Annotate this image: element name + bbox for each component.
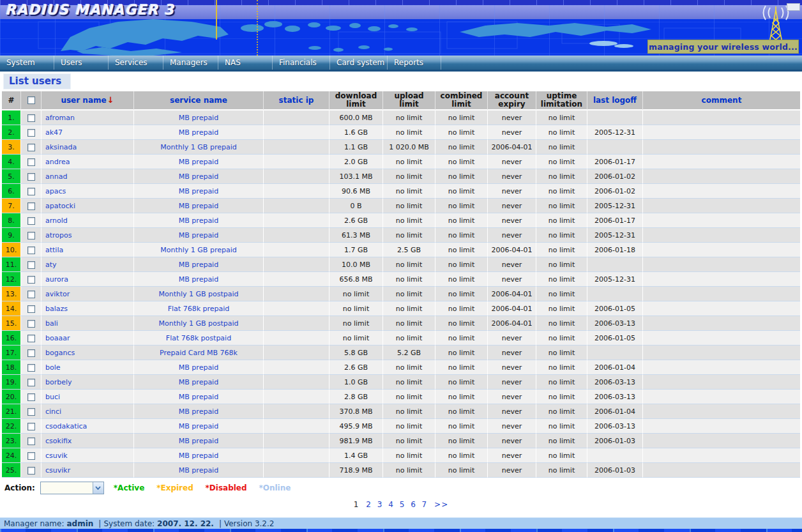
menu-item[interactable]: Financials (273, 56, 330, 70)
cell-username[interactable]: arnold (42, 213, 134, 228)
row-checkbox[interactable] (27, 437, 35, 445)
cell-username[interactable]: balazs (42, 301, 134, 316)
menu-item[interactable]: System (0, 56, 54, 70)
cell-username[interactable]: aksinada (42, 140, 134, 155)
row-checkbox[interactable] (27, 291, 35, 298)
cell-username[interactable]: apatocki (42, 199, 134, 213)
cell-upload-limit: no limit (383, 228, 435, 243)
action-select[interactable] (40, 482, 104, 494)
column-header-comment[interactable]: comment (643, 91, 800, 110)
legend-item: *Active (114, 483, 145, 492)
cell-username[interactable]: bole (42, 360, 134, 375)
menu-item[interactable]: NAS (218, 56, 273, 70)
row-checkbox[interactable] (27, 144, 35, 151)
row-checkbox[interactable] (27, 276, 35, 284)
row-checkbox[interactable] (27, 247, 35, 254)
cell-username[interactable]: buci (42, 390, 134, 404)
cell-username[interactable]: cinci (42, 404, 134, 419)
cell-download-limit: 981.9 MB (329, 434, 383, 448)
row-checkbox[interactable] (27, 232, 35, 239)
cell-username[interactable]: borbely (42, 375, 134, 390)
cell-account-expiry: never (488, 110, 536, 125)
row-checkbox[interactable] (27, 423, 35, 430)
chevron-down-icon[interactable] (93, 482, 103, 494)
cell-upload-limit: no limit (383, 301, 435, 316)
select-all-checkbox[interactable] (27, 96, 35, 104)
row-status-number: 8. (2, 213, 21, 228)
pagination-page-link[interactable]: 3 (377, 500, 383, 509)
column-header-username[interactable]: user name↓ (42, 91, 134, 110)
cell-username[interactable]: aty (42, 257, 134, 272)
cell-username[interactable]: csodakatica (42, 419, 134, 434)
cell-username[interactable]: csuvikr (42, 463, 134, 478)
pagination-page-link[interactable]: 7 (422, 500, 428, 509)
pagination-page-link[interactable]: 2 (366, 500, 372, 509)
row-checkbox[interactable] (27, 467, 35, 475)
row-checkbox-cell (21, 434, 42, 448)
column-header-select-all[interactable] (21, 91, 42, 110)
cell-username[interactable]: bogancs (42, 346, 134, 360)
column-header-last-logoff[interactable]: last logoff (587, 91, 643, 110)
table-row: 18. bole MB prepaid 2.6 GB no limit no l… (2, 360, 800, 375)
row-status-number: 16. (2, 331, 21, 346)
cell-uptime-limitation: no limit (536, 287, 587, 301)
cell-username[interactable]: andrea (42, 155, 134, 169)
row-checkbox[interactable] (27, 408, 35, 416)
cell-combined-limit: no limit (435, 257, 488, 272)
column-header-static-ip[interactable]: static ip (264, 91, 329, 110)
row-checkbox[interactable] (27, 114, 35, 122)
cell-static-ip (264, 184, 329, 199)
row-checkbox[interactable] (27, 452, 35, 460)
cell-username[interactable]: boaaar (42, 331, 134, 346)
row-checkbox[interactable] (27, 364, 35, 372)
cell-username[interactable]: bali (42, 316, 134, 331)
cell-comment (643, 169, 800, 184)
row-checkbox[interactable] (27, 173, 35, 181)
menu-item[interactable]: Reports (388, 56, 441, 70)
cell-username[interactable]: apacs (42, 184, 134, 199)
menu-item[interactable]: Managers (163, 56, 218, 70)
row-checkbox[interactable] (27, 129, 35, 137)
cell-username[interactable]: ak47 (42, 125, 134, 140)
table-row: 7. apatocki MB prepaid 0 B no limit no l… (2, 199, 800, 213)
cell-comment (643, 199, 800, 213)
tagline-banner: managing your wireless world... (647, 40, 799, 54)
row-checkbox[interactable] (27, 217, 35, 225)
menu-item[interactable]: Services (109, 56, 163, 70)
row-checkbox[interactable] (27, 188, 35, 195)
pagination-page-link[interactable]: 5 (400, 500, 405, 509)
cell-download-limit: no limit (329, 287, 383, 301)
cell-username[interactable]: atropos (42, 228, 134, 243)
cell-download-limit: no limit (329, 331, 383, 346)
cell-download-limit: no limit (329, 301, 383, 316)
cell-username[interactable]: csuvik (42, 448, 134, 463)
row-status-number: 22. (2, 419, 21, 434)
cell-username[interactable]: aviktor (42, 287, 134, 301)
menu-item[interactable]: Card system (330, 56, 388, 70)
row-checkbox[interactable] (27, 393, 35, 401)
cell-account-expiry: never (488, 155, 536, 169)
row-checkbox[interactable] (27, 335, 35, 342)
row-checkbox[interactable] (27, 379, 35, 386)
row-checkbox[interactable] (27, 158, 35, 166)
cell-download-limit: 495.9 MB (329, 419, 383, 434)
row-checkbox[interactable] (27, 202, 35, 210)
cell-username[interactable]: aurora (42, 272, 134, 287)
cell-username[interactable]: csokifix (42, 434, 134, 448)
menu-item[interactable]: Users (54, 56, 109, 70)
cell-service-name: Prepaid Card MB 768k (134, 346, 264, 360)
cell-username[interactable]: annad (42, 169, 134, 184)
cell-username[interactable]: afroman (42, 110, 134, 125)
pagination-page-link[interactable]: 4 (388, 500, 394, 509)
row-checkbox[interactable] (27, 305, 35, 313)
cell-static-ip (264, 434, 329, 448)
cell-username[interactable]: attila (42, 243, 134, 257)
row-checkbox[interactable] (27, 320, 35, 328)
row-checkbox[interactable] (27, 349, 35, 357)
cell-download-limit: 10.0 MB (329, 257, 383, 272)
column-header-service-name[interactable]: service name (134, 91, 264, 110)
cell-service-name: MB prepaid (134, 463, 264, 478)
pagination-page-link[interactable]: 6 (411, 500, 416, 509)
row-checkbox[interactable] (27, 261, 35, 269)
pagination-next-link[interactable]: >> (434, 500, 448, 509)
